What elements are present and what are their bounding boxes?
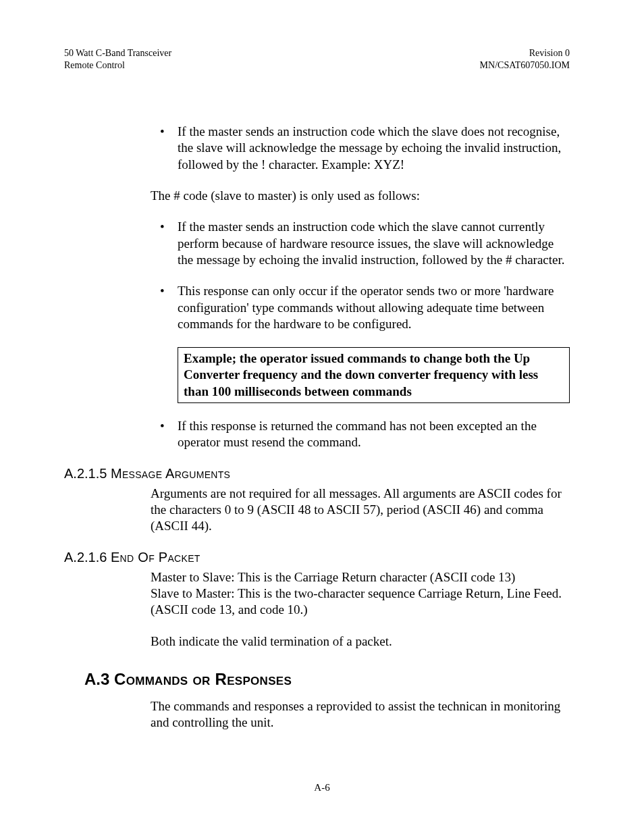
header-left-line2: Remote Control — [64, 60, 125, 70]
page: 50 Watt C-Band Transceiver Remote Contro… — [0, 0, 644, 834]
bullet-list-hash-continued: If this response is returned the command… — [151, 418, 570, 451]
section-a216-body: Master to Slave: This is the Carriage Re… — [151, 569, 570, 650]
paragraph: Both indicate the valid termination of a… — [151, 633, 570, 650]
list-item: If the master sends an instruction code … — [151, 219, 570, 268]
section-a215-body: Arguments are not required for all messa… — [151, 486, 570, 535]
paragraph-hash-intro: The # code (slave to master) is only use… — [151, 188, 570, 204]
section-title: Message Arguments — [111, 466, 230, 481]
bullet-list-exclamation: If the master sends an instruction code … — [151, 124, 570, 173]
section-number: A.2.1.5 — [64, 466, 107, 481]
header-right-line1: Revision 0 — [529, 48, 570, 58]
section-number: A.3 — [84, 670, 109, 688]
bullet-text: This response can only occur if the oper… — [178, 284, 554, 331]
bullet-list-hash: If the master sends an instruction code … — [151, 219, 570, 332]
paragraph: Slave to Master: This is the two-charact… — [151, 585, 570, 619]
section-number: A.2.1.6 — [64, 550, 107, 565]
header-left: 50 Watt C-Band Transceiver Remote Contro… — [64, 47, 171, 71]
section-heading-a3: A.3 Commands or Responses — [84, 670, 570, 689]
paragraph: Arguments are not required for all messa… — [151, 486, 570, 535]
list-item: If this response is returned the command… — [151, 418, 570, 451]
example-box: Example; the operator issued commands to… — [178, 347, 570, 403]
section-heading-a216: A.2.1.6 End Of Packet — [64, 550, 570, 565]
header-right-line2: MN/CSAT607050.IOM — [480, 60, 570, 70]
page-footer: A-6 — [0, 782, 644, 793]
page-number: A-6 — [314, 782, 329, 793]
section-title: End Of Packet — [111, 550, 200, 565]
example-box-text: Example; the operator issued commands to… — [184, 351, 538, 398]
list-item: If the master sends an instruction code … — [151, 124, 570, 173]
bullet-text: If this response is returned the command… — [178, 419, 537, 449]
section-heading-a215: A.2.1.5 Message Arguments — [64, 466, 570, 481]
list-item: This response can only occur if the oper… — [151, 283, 570, 332]
page-header: 50 Watt C-Band Transceiver Remote Contro… — [64, 47, 570, 71]
paragraph: The commands and responses a reprovided … — [151, 698, 570, 731]
bullet-text: If the master sends an instruction code … — [178, 219, 565, 267]
body-content: If the master sends an instruction code … — [151, 124, 570, 451]
paragraph: Master to Slave: This is the Carriage Re… — [151, 569, 570, 585]
header-right: Revision 0 MN/CSAT607050.IOM — [480, 47, 570, 71]
section-a3-body: The commands and responses a reprovided … — [151, 698, 570, 731]
header-left-line1: 50 Watt C-Band Transceiver — [64, 48, 171, 58]
section-title: Commands or Responses — [114, 670, 292, 688]
bullet-text: If the master sends an instruction code … — [178, 124, 561, 172]
